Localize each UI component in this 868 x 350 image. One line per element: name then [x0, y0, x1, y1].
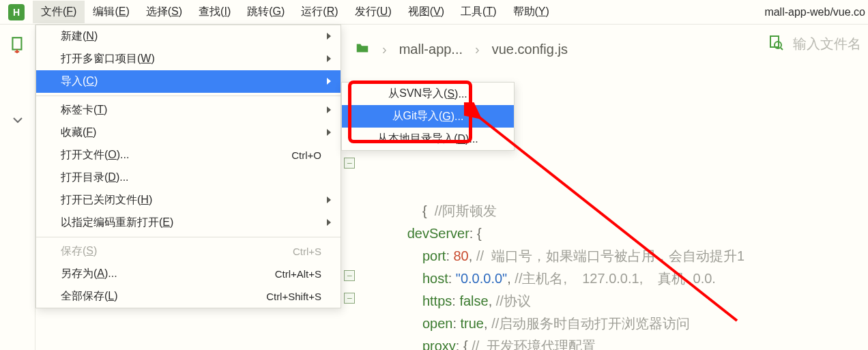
import-submenu: 从SVN导入(S)...从Git导入(G)...从本地目录导入(D)... — [341, 82, 515, 151]
code-line: port: 80, // 端口号，如果端口号被占用，会自动提升1 — [362, 245, 868, 267]
menu-shortcut: Ctrl+Shift+S — [266, 291, 321, 302]
new-file-icon[interactable] — [0, 35, 35, 53]
menubar-item[interactable]: 编辑(E) — [85, 1, 137, 23]
menu-item[interactable]: 标签卡(T) — [36, 99, 341, 121]
file-menu-dropdown: 新建(N)打开多窗口项目(W)导入(C)标签卡(T)收藏(F)打开文件(O)..… — [35, 25, 341, 308]
submenu-item[interactable]: 从本地目录导入(D)... — [342, 128, 514, 150]
code-line: https: false, //协议 — [362, 290, 868, 312]
code-line: { //阿斯顿发 — [362, 200, 868, 222]
fold-toggle[interactable]: − — [344, 293, 355, 304]
chevron-right-icon — [326, 76, 332, 88]
menu-item-label: 新建(N) — [61, 29, 321, 44]
menubar-item[interactable]: 文件(F) — [33, 1, 85, 23]
chevron-right-icon — [326, 31, 332, 43]
menu-shortcut: Ctrl+O — [291, 149, 321, 161]
chevron-right-icon — [326, 127, 332, 139]
chevron-right-icon: › — [382, 42, 387, 57]
menu-item[interactable]: 保存(S)Ctrl+S — [36, 240, 341, 263]
menu-item-label: 打开已关闭文件(H) — [61, 193, 321, 207]
submenu-item[interactable]: 从SVN导入(S)... — [342, 83, 514, 105]
menu-item[interactable]: 打开文件(O)...Ctrl+O — [36, 144, 341, 166]
menu-item-label: 打开目录(D)... — [61, 171, 321, 185]
chevron-right-icon — [326, 104, 332, 117]
breadcrumb-part[interactable]: mall-app... — [399, 42, 463, 57]
menu-shortcut: Ctrl+S — [293, 246, 321, 257]
menubar-item[interactable]: 选择(S) — [138, 1, 190, 23]
menubar-item[interactable]: 视图(V) — [400, 1, 452, 23]
code-line: host: "0.0.0.0", //主机名, 127.0.0.1, 真机 0.… — [362, 267, 868, 290]
menubar-item[interactable]: 跳转(G) — [239, 1, 293, 23]
menubar-item[interactable]: 工具(T) — [452, 1, 504, 23]
menu-item[interactable]: 打开多窗口项目(W) — [36, 48, 341, 70]
menubar-item[interactable]: 运行(R) — [293, 1, 346, 23]
code-line: open: true, //启动服务时自动打开浏览器访问 — [362, 312, 868, 335]
folder-icon[interactable] — [355, 40, 370, 59]
menubar-item[interactable]: 帮助(Y) — [505, 1, 558, 23]
submenu-item[interactable]: 从Git导入(G)... — [342, 105, 514, 128]
menubar-item[interactable]: 查找(I) — [190, 1, 239, 23]
menu-item[interactable]: 新建(N) — [36, 25, 341, 48]
search-icon[interactable] — [767, 34, 783, 54]
menu-item[interactable]: 打开已关闭文件(H) — [36, 189, 341, 212]
menu-item[interactable]: 全部保存(L)Ctrl+Shift+S — [36, 285, 341, 308]
menu-item-label: 打开文件(O)... — [61, 148, 291, 162]
menu-item[interactable]: 收藏(F) — [36, 121, 341, 144]
menubar: H 文件(F)编辑(E)选择(S)查找(I)跳转(G)运行(R)发行(U)视图(… — [0, 0, 868, 25]
chevron-right-icon — [326, 53, 332, 65]
menu-item-label: 全部保存(L) — [61, 289, 266, 304]
menu-separator — [36, 237, 341, 237]
svg-rect-0 — [12, 38, 21, 49]
menu-item-label: 以指定编码重新打开(E) — [61, 216, 321, 230]
menu-item-label: 保存(S) — [61, 244, 293, 259]
chevron-right-icon: › — [475, 42, 480, 57]
search-placeholder[interactable]: 输入文件名 — [793, 35, 861, 53]
chevron-down-icon[interactable] — [11, 113, 25, 130]
menu-item[interactable]: 以指定编码重新打开(E) — [36, 212, 341, 234]
menu-shortcut: Ctrl+Alt+S — [275, 268, 321, 280]
menu-item-label: 导入(C) — [61, 74, 321, 89]
project-path-label: mall-app-web/vue.co — [764, 6, 868, 18]
app-logo: H — [8, 4, 25, 20]
fold-toggle[interactable]: − — [344, 270, 355, 281]
chevron-right-icon — [326, 217, 332, 229]
menu-item[interactable]: 打开目录(D)... — [36, 166, 341, 189]
menu-item[interactable]: 另存为(A)...Ctrl+Alt+S — [36, 263, 341, 285]
code-line: proxy: { // 开发环境代理配置 — [362, 335, 868, 350]
menu-item-label: 标签卡(T) — [61, 103, 321, 117]
menubar-item[interactable]: 发行(U) — [347, 1, 400, 23]
breadcrumb-part[interactable]: vue.config.js — [492, 42, 568, 57]
menu-item-label: 另存为(A)... — [61, 267, 275, 281]
svg-line-6 — [781, 48, 783, 50]
left-gutter — [0, 25, 35, 350]
menu-item-label: 收藏(F) — [61, 126, 321, 140]
fold-toggle[interactable]: − — [344, 158, 355, 169]
code-line: devServer: { — [362, 222, 868, 245]
chevron-right-icon — [326, 194, 332, 207]
menu-separator — [36, 96, 341, 96]
breadcrumb: › mall-app... › vue.config.js — [355, 34, 711, 64]
menu-item[interactable]: 导入(C) — [36, 70, 341, 93]
menu-item-label: 打开多窗口项目(W) — [61, 52, 321, 66]
